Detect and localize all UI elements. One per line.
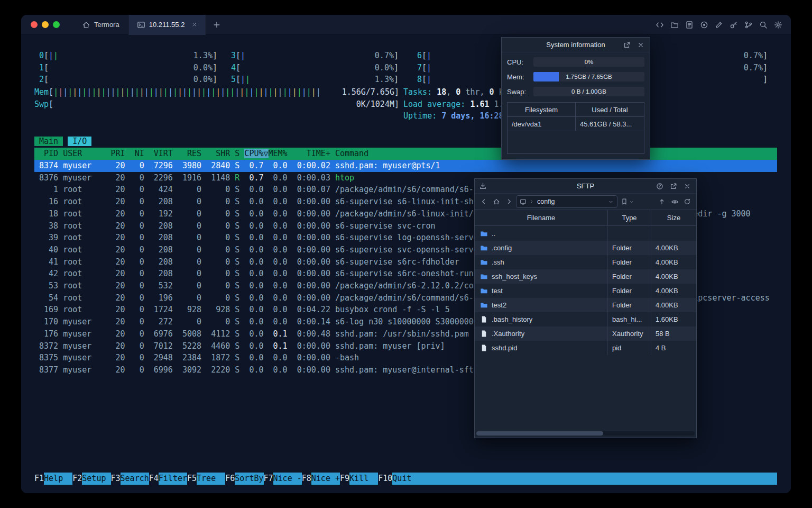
sftp-col-size[interactable]: Size	[651, 210, 696, 225]
fkey-F3[interactable]: F3Search	[111, 473, 149, 485]
cell-pri: 20	[111, 317, 130, 326]
toolbar-search-button[interactable]	[759, 21, 768, 29]
file-fill-icon	[480, 330, 488, 338]
cell-user: root	[63, 257, 110, 267]
fkey-F4[interactable]: F4Filter	[149, 473, 187, 485]
toolbar-key-button[interactable]	[730, 21, 738, 29]
htop-tab-main[interactable]: Main	[34, 137, 63, 146]
caret-icon	[608, 199, 614, 205]
toolbar-settings-button[interactable]	[774, 21, 782, 29]
sftp-path-control[interactable]: config	[516, 195, 617, 208]
sftp-file-row[interactable]: test2Folder4.00KB	[475, 298, 696, 312]
cell-ni: 0	[130, 161, 149, 170]
bookmark-caret-icon[interactable]	[629, 199, 634, 204]
filesystem-row[interactable]: /dev/vda1 45.61GB / 58.3...	[508, 117, 644, 131]
sftp-col-type[interactable]: Type	[607, 210, 651, 225]
fs-cell-usage: 45.61GB / 58.3...	[575, 117, 644, 131]
toolbar-branch-button[interactable]	[744, 21, 753, 29]
cell-pid: 16	[34, 197, 63, 206]
window-minimize-button[interactable]	[42, 21, 49, 28]
cell-shr: 0	[206, 317, 235, 326]
file-type: Folder	[607, 255, 651, 269]
fkey-F7[interactable]: F7Nice -	[264, 473, 302, 485]
window-zoom-button[interactable]	[53, 21, 60, 28]
sftp-file-row[interactable]: .XauthorityXauthority58 B	[475, 326, 696, 341]
cell-mem: 0.0	[269, 317, 292, 326]
home-icon	[493, 198, 500, 205]
sftp-bookmark-button[interactable]	[619, 196, 630, 207]
fkey-F9[interactable]: F9Kill	[340, 473, 378, 485]
filesystem-table-header: Filesystem Used / Total	[508, 103, 644, 117]
cell-cpu: 0.0	[244, 257, 268, 267]
sftp-close-button[interactable]	[681, 180, 693, 192]
fkey-F10[interactable]: F10Quit	[378, 473, 421, 485]
process-table-header[interactable]: PID USER PRI NI VIRT RES SHR S CPU%▽MEM%…	[34, 148, 777, 160]
cell-pid: 38	[34, 221, 63, 231]
sftp-file-row[interactable]: .bash_historybash_hi...1.60KB	[475, 312, 696, 326]
toolbar-log-button[interactable]	[685, 21, 694, 29]
cell-res: 0	[178, 269, 206, 278]
toolbar-folder-button[interactable]	[670, 21, 679, 29]
sftp-path-segment[interactable]: config	[537, 198, 555, 205]
sftp-file-row[interactable]: .sshFolder4.00KB	[475, 255, 696, 269]
fkey-F2[interactable]: F2Setup	[72, 473, 110, 485]
cpu-meter-2: 2[0.0%]	[34, 74, 217, 86]
cell-virt: 7296	[149, 161, 178, 170]
cell-command: sshd.pam: myuser@pts/1	[335, 161, 440, 170]
new-tab-button[interactable]	[213, 21, 221, 29]
sftp-file-row[interactable]: ..	[475, 226, 696, 241]
system-info-close-button[interactable]	[635, 39, 647, 51]
sftp-back-button[interactable]	[478, 196, 490, 207]
sftp-parent-dir-button[interactable]	[656, 196, 668, 207]
fkey-F6[interactable]: F6SortBy	[225, 473, 263, 485]
computer-icon	[520, 198, 527, 205]
sftp-home-button[interactable]	[491, 196, 502, 207]
sftp-horizontal-scrollbar[interactable]	[476, 431, 695, 436]
cell-pid: 170	[34, 317, 63, 326]
toolbar-edit-button[interactable]	[715, 21, 723, 29]
sftp-show-hidden-button[interactable]	[669, 196, 680, 207]
cpu-meter-0: 0[||1.3%]	[34, 50, 217, 62]
sftp-file-row[interactable]: testFolder4.00KB	[475, 284, 696, 298]
chevron-down-icon[interactable]	[608, 199, 614, 205]
cell-time: 0:00.00	[292, 365, 335, 375]
window-close-button[interactable]	[31, 21, 38, 28]
system-info-open-window-button[interactable]	[621, 39, 633, 51]
close-tab-button[interactable]	[191, 22, 197, 28]
process-row-selected[interactable]: 8374 myuser 20 0 7296 3980 2840 S 0.7 0.…	[34, 160, 777, 172]
sftp-open-window-button[interactable]	[668, 180, 679, 192]
htop-tab-io[interactable]: I/O	[68, 137, 91, 146]
toolbar-record-button[interactable]	[700, 21, 708, 29]
sftp-file-list[interactable]: ...configFolder4.00KB.sshFolder4.00KBssh…	[475, 226, 696, 429]
sftp-file-row[interactable]: .configFolder4.00KB	[475, 241, 696, 255]
sftp-forward-button[interactable]	[503, 196, 515, 207]
sftp-file-row[interactable]: sshd.pidpid4 B	[475, 341, 696, 355]
cell-mem: 0.0	[269, 161, 292, 170]
fkey-F8[interactable]: F8Nice +	[302, 473, 340, 485]
cell-pid: 18	[34, 209, 63, 219]
cell-mem: 0.0	[269, 293, 292, 303]
tab-termora[interactable]: Termora	[73, 15, 128, 35]
close-icon	[684, 183, 691, 190]
fkey-F5[interactable]: F5Tree	[187, 473, 225, 485]
cell-mem: 0.0	[269, 233, 292, 242]
settings-icon	[774, 21, 782, 29]
scrollbar-thumb[interactable]	[476, 431, 603, 436]
sftp-col-filename[interactable]: Filename	[475, 210, 607, 225]
sort-column-cpu[interactable]: CPU%▽	[244, 149, 268, 158]
cell-pri: 20	[111, 173, 130, 183]
toolbar-code-button[interactable]	[656, 21, 664, 29]
htop-summary-line: Uptime: 7 days, 16:28	[403, 110, 504, 122]
sftp-transfers-icon[interactable]	[479, 182, 487, 192]
sftp-table-header[interactable]: Filename Type Size	[475, 210, 696, 226]
sftp-refresh-button[interactable]	[681, 196, 693, 207]
sftp-file-row[interactable]: ssh_host_keysFolder4.00KB	[475, 269, 696, 284]
fkey-F1[interactable]: F1Help	[34, 473, 72, 485]
cell-pri: 20	[111, 305, 130, 314]
cell-ni: 0	[130, 173, 149, 183]
cell-virt: 208	[149, 257, 178, 267]
tab-session[interactable]: 10.211.55.2	[128, 15, 207, 35]
cell-res: 0	[178, 197, 206, 206]
cell-ni: 0	[130, 245, 149, 255]
sftp-help-button[interactable]	[654, 180, 666, 192]
